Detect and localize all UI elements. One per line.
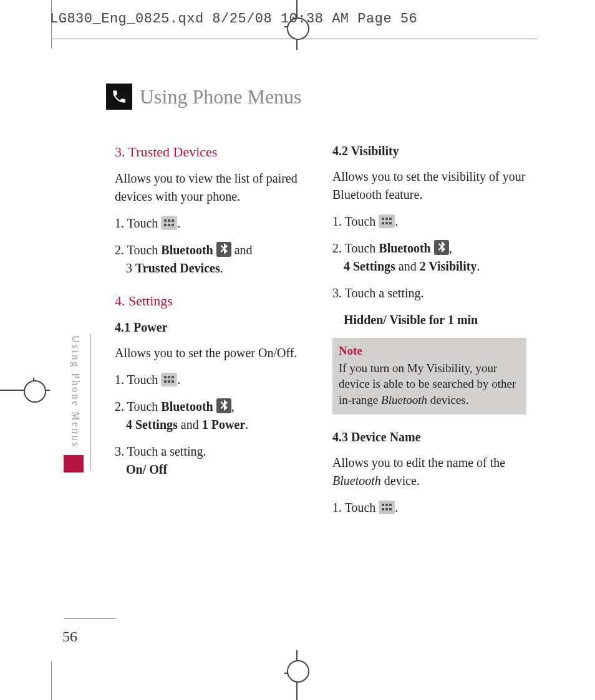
svg-rect-2 xyxy=(168,219,170,222)
svg-rect-12 xyxy=(164,380,167,383)
svg-rect-9 xyxy=(164,376,167,378)
svg-rect-4 xyxy=(164,224,167,226)
power-desc: Allows you to set the power On/Off. xyxy=(115,344,309,362)
step: 1. Touch . xyxy=(115,371,309,389)
heading-power: 4.1 Power xyxy=(115,319,309,337)
step: 2. Touch Bluetooth , 4 Settings and 1 Po… xyxy=(115,398,309,434)
step: 1. Touch . xyxy=(332,499,526,517)
step: 2. Touch Bluetooth , 4 Settings and 2 Vi… xyxy=(332,239,526,276)
side-tab-label: Using Phone Menus xyxy=(70,335,81,448)
svg-rect-10 xyxy=(168,376,170,378)
svg-rect-3 xyxy=(172,219,174,222)
side-rule xyxy=(90,333,91,471)
svg-rect-14 xyxy=(172,380,174,383)
step: 3. Touch a setting. On/ Off xyxy=(115,443,309,479)
page-number: 56 xyxy=(62,628,77,645)
menu-grid-icon xyxy=(379,501,395,514)
note-title: Note xyxy=(339,343,520,359)
heading-settings: 4. Settings xyxy=(115,291,309,311)
svg-rect-26 xyxy=(385,504,388,506)
svg-rect-20 xyxy=(382,222,384,224)
setting-options: Hidden/ Visible for 1 min xyxy=(332,311,526,329)
bluetooth-icon xyxy=(216,398,231,413)
svg-rect-27 xyxy=(389,504,392,506)
note-body: If you turn on My Visibility, your devic… xyxy=(339,360,520,408)
phone-icon xyxy=(106,84,132,110)
trim-line xyxy=(51,661,52,700)
bluetooth-icon xyxy=(216,242,231,257)
side-tab-accent xyxy=(64,455,84,472)
bluetooth-icon xyxy=(434,240,449,255)
page-title: Using Phone Menus xyxy=(140,85,302,108)
content-area: 3. Trusted Devices Allows you to view th… xyxy=(115,142,526,525)
svg-rect-19 xyxy=(389,218,392,220)
menu-grid-icon xyxy=(161,373,177,386)
step: 2. Touch Bluetooth and 3 Trusted Devices… xyxy=(115,241,309,277)
heading-trusted-devices: 3. Trusted Devices xyxy=(115,142,309,162)
step: 1. Touch . xyxy=(115,214,309,233)
device-name-desc: Allows you to edit the name of the Bluet… xyxy=(332,454,526,490)
left-column: 3. Trusted Devices Allows you to view th… xyxy=(115,142,309,525)
menu-grid-icon xyxy=(161,216,177,230)
heading-visibility: 4.2 Visibility xyxy=(332,142,526,160)
svg-rect-25 xyxy=(382,504,384,506)
right-column: 4.2 Visibility Allows you to set the vis… xyxy=(332,142,526,525)
trim-line xyxy=(51,39,538,39)
crop-mark xyxy=(24,380,46,403)
footer-rule xyxy=(64,618,115,619)
svg-rect-8 xyxy=(161,373,177,386)
svg-rect-18 xyxy=(385,218,388,220)
svg-rect-21 xyxy=(385,222,388,224)
svg-rect-30 xyxy=(389,508,392,511)
svg-rect-0 xyxy=(161,216,177,230)
step: 3. Touch a setting. xyxy=(332,284,526,302)
visibility-desc: Allows you to set the visibility of your… xyxy=(332,168,526,204)
svg-rect-16 xyxy=(379,214,395,228)
menu-grid-icon xyxy=(379,214,395,228)
svg-rect-28 xyxy=(382,508,384,511)
note-box: Note If you turn on My Visibility, your … xyxy=(332,338,526,415)
step: 1. Touch . xyxy=(332,213,526,231)
trusted-devices-desc: Allows you to view the list of paired de… xyxy=(115,170,309,206)
svg-rect-11 xyxy=(172,376,174,378)
page-title-row: Using Phone Menus xyxy=(106,84,302,110)
svg-rect-6 xyxy=(172,224,174,226)
svg-rect-29 xyxy=(385,508,388,511)
svg-rect-24 xyxy=(379,501,395,514)
svg-rect-1 xyxy=(164,219,167,222)
svg-rect-13 xyxy=(168,380,170,383)
heading-device-name: 4.3 Device Name xyxy=(332,428,526,446)
crop-mark xyxy=(287,660,309,683)
prepress-header: LG830_Eng_0825.qxd 8/25/08 10:38 AM Page… xyxy=(50,11,417,27)
svg-rect-22 xyxy=(389,222,392,224)
svg-rect-17 xyxy=(382,218,384,220)
svg-rect-5 xyxy=(168,224,170,226)
